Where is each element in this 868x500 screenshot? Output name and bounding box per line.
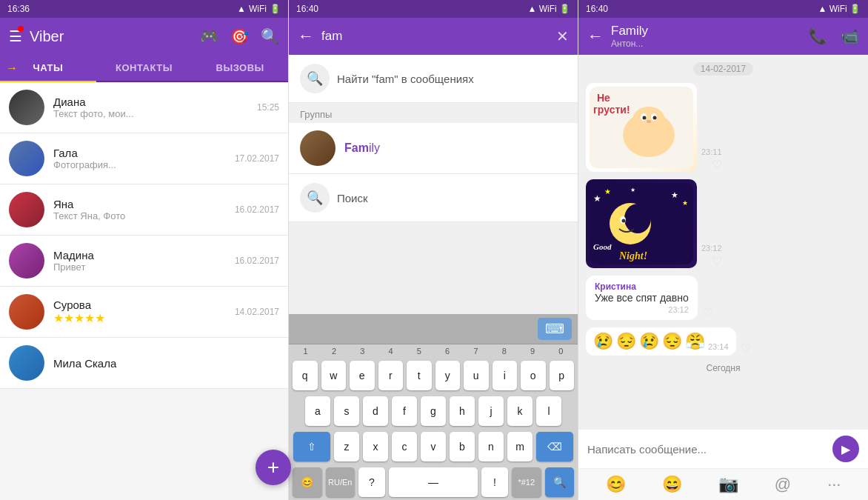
key-exclaim[interactable]: ! xyxy=(481,467,508,497)
chat-item-gala[interactable]: Гала Фотография... 17.02.2017 xyxy=(0,133,288,184)
svg-point-5 xyxy=(643,116,647,120)
text-message-1: Кристина Уже все спят давно 23:12 ♡ xyxy=(586,276,861,320)
chat-item-yana[interactable]: Яна Текст Яна, Фото 16.02.2017 xyxy=(0,184,288,236)
key-v[interactable]: v xyxy=(421,432,446,461)
tab-contacts[interactable]: КОНТАКТЫ xyxy=(96,55,193,81)
menu-icon[interactable]: ☰ xyxy=(9,27,22,45)
viber-circle-icon[interactable]: 🎯 xyxy=(230,27,249,45)
key-special[interactable]: *#12 xyxy=(512,467,541,497)
heart-btn-4[interactable]: ♡ xyxy=(741,341,751,356)
avatar-mila xyxy=(9,345,44,381)
search-input-wrap[interactable] xyxy=(321,29,549,44)
panel-chats: 16:36 ▲ WiFi 🔋 ☰ Viber 🎮 🎯 🔍 → ЧАТЫ КОНТ… xyxy=(0,0,289,500)
key-w[interactable]: w xyxy=(321,361,347,390)
key-l[interactable]: l xyxy=(536,396,561,426)
chat-preview-surova: ★★★★★ xyxy=(53,311,235,325)
goodnight-svg: ★ ★ ★ ★ ★ Good Night! xyxy=(590,183,693,264)
video-icon[interactable]: 📹 xyxy=(841,27,859,45)
heart-btn-1[interactable]: ♡ xyxy=(712,158,722,172)
key-u[interactable]: u xyxy=(464,361,489,390)
chat-item-diana[interactable]: Диана Текст фото, мои... 15:25 xyxy=(0,82,288,133)
message-input[interactable] xyxy=(587,443,827,456)
viber-header: ☰ Viber 🎮 🎯 🔍 xyxy=(0,18,288,55)
key-q[interactable]: q xyxy=(293,361,318,390)
heart-btn-2[interactable]: ♡ xyxy=(712,254,722,268)
svg-text:★: ★ xyxy=(593,193,601,204)
key-m[interactable]: m xyxy=(507,432,533,461)
fab-new-chat[interactable]: + xyxy=(256,450,291,485)
key-e[interactable]: e xyxy=(350,361,375,390)
key-c[interactable]: c xyxy=(392,432,417,461)
key-h[interactable]: h xyxy=(450,396,475,426)
chat-info-diana: Диана Текст фото, мои... xyxy=(53,96,257,119)
key-p[interactable]: p xyxy=(550,361,575,390)
key-z[interactable]: z xyxy=(334,432,359,461)
back-arrow-chat[interactable]: ← xyxy=(587,27,604,46)
key-question[interactable]: ? xyxy=(358,467,385,497)
key-g[interactable]: g xyxy=(421,396,446,426)
key-d[interactable]: d xyxy=(363,396,388,426)
key-a[interactable]: a xyxy=(305,396,330,426)
key-y[interactable]: y xyxy=(435,361,461,390)
key-x[interactable]: x xyxy=(363,432,388,461)
chat-item-mila[interactable]: Мила Скала xyxy=(0,338,288,389)
search-more-label: Поиск xyxy=(337,192,368,204)
chat-info-yana: Яна Текст Яна, Фото xyxy=(53,198,235,221)
key-b[interactable]: b xyxy=(450,432,475,461)
sticker-toolbar-icon[interactable]: 😄 xyxy=(662,475,682,494)
sticker-goodnight: ★ ★ ★ ★ ★ Good Night! xyxy=(586,179,697,268)
status-bar-2: 16:40 ▲ WiFi 🔋 xyxy=(289,0,578,18)
emoji-toolbar-icon[interactable]: 😊 xyxy=(606,475,626,494)
avatar-yana xyxy=(9,192,44,227)
key-r[interactable]: r xyxy=(378,361,404,390)
tabs-bar: → ЧАТЫ КОНТАКТЫ ВЫЗОВЫ xyxy=(0,55,288,82)
key-f[interactable]: f xyxy=(392,396,417,426)
battery-icon: 🔋 xyxy=(270,4,281,14)
key-k[interactable]: k xyxy=(507,396,533,426)
search-input[interactable] xyxy=(321,29,549,44)
status-icons-3: ▲ WiFi 🔋 xyxy=(818,4,861,14)
keyboard-toggle-btn[interactable]: ⌨ xyxy=(538,318,572,340)
game-icon[interactable]: 🎮 xyxy=(200,27,218,45)
find-in-messages-row[interactable]: 🔍 Найти "fam" в сообщениях xyxy=(289,55,578,103)
key-space[interactable]: — xyxy=(389,467,478,497)
key-t[interactable]: t xyxy=(407,361,432,390)
chat-preview-madina: Привет xyxy=(53,261,235,273)
groups-section-label: Группы xyxy=(289,103,578,123)
clear-search-button[interactable]: ✕ xyxy=(556,27,569,45)
key-o[interactable]: o xyxy=(521,361,546,390)
emoji-1: 😢 xyxy=(593,332,613,351)
search-more-row[interactable]: 🔍 Поиск xyxy=(289,174,578,222)
key-backspace[interactable]: ⌫ xyxy=(536,432,573,461)
message-input-bar: ▶ xyxy=(578,429,868,468)
key-search[interactable]: 🔍 xyxy=(545,467,575,497)
key-j[interactable]: j xyxy=(478,396,504,426)
tab-chats[interactable]: → ЧАТЫ xyxy=(0,55,96,81)
chat-name-mila: Мила Скала xyxy=(53,357,279,370)
chat-item-surova[interactable]: Сурова ★★★★★ 14.02.2017 xyxy=(0,287,288,338)
status-bar-1: 16:36 ▲ WiFi 🔋 xyxy=(0,0,288,18)
search-results: 🔍 Найти "fam" в сообщениях Группы Family… xyxy=(289,55,578,314)
keyboard-row-1: q w e r t y u i o p xyxy=(289,358,578,393)
tab-calls[interactable]: ВЫЗОВЫ xyxy=(192,55,288,81)
back-arrow-search[interactable]: ← xyxy=(298,27,314,46)
key-i[interactable]: i xyxy=(493,361,518,390)
chat-header-actions: 📞 📹 xyxy=(809,27,859,45)
time-3: 16:40 xyxy=(586,4,608,14)
send-button[interactable]: ▶ xyxy=(832,436,859,462)
key-shift[interactable]: ⇧ xyxy=(293,432,330,461)
key-s[interactable]: s xyxy=(334,396,359,426)
heart-btn-3[interactable]: ♡ xyxy=(702,306,712,320)
key-lang[interactable]: RU/En xyxy=(326,467,355,497)
chat-item-madina[interactable]: Мадина Привет 16.02.2017 xyxy=(0,236,288,287)
more-toolbar-icon[interactable]: ··· xyxy=(827,475,841,494)
key-n[interactable]: n xyxy=(478,432,504,461)
call-icon[interactable]: 📞 xyxy=(809,27,827,45)
emoji-4: 😔 xyxy=(662,332,682,351)
family-group-row[interactable]: Family xyxy=(289,123,578,174)
camera-toolbar-icon[interactable]: 📷 xyxy=(718,475,738,494)
key-emoji[interactable]: 😊 xyxy=(293,467,322,497)
search-icon[interactable]: 🔍 xyxy=(261,27,279,45)
signal-icon: ▲ xyxy=(237,4,246,14)
mention-toolbar-icon[interactable]: @ xyxy=(775,475,791,494)
